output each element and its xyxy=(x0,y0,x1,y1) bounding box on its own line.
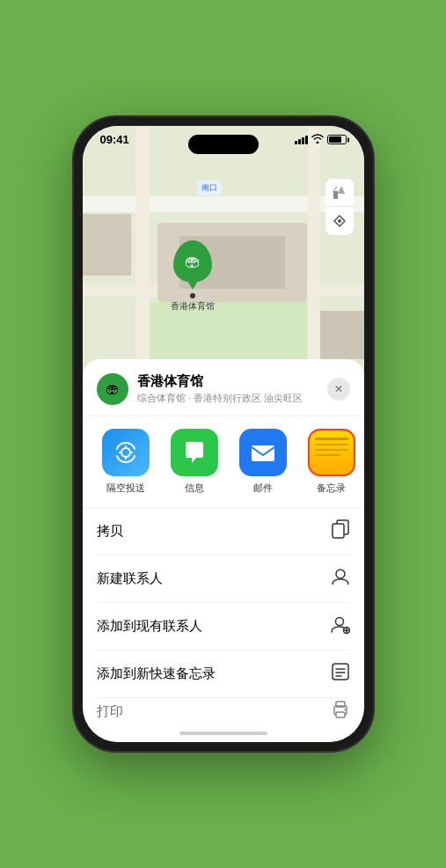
signal-bars-icon xyxy=(295,136,308,144)
mail-icon xyxy=(239,429,287,476)
share-item-mail[interactable]: 邮件 xyxy=(234,429,292,495)
venue-name: 香港体育馆 xyxy=(137,373,327,390)
map-pin-label: 香港体育馆 xyxy=(171,300,215,313)
action-copy-label: 拷贝 xyxy=(97,523,123,540)
messages-icon xyxy=(171,429,218,476)
notes-icon xyxy=(308,429,355,476)
venue-subtitle: 综合体育馆 · 香港特别行政区 油尖旺区 xyxy=(137,392,327,405)
location-button[interactable] xyxy=(325,207,354,235)
phone-frame: 09:41 xyxy=(74,117,373,751)
share-item-airdrop[interactable]: 隔空投送 xyxy=(97,429,155,495)
status-icons xyxy=(295,134,347,145)
map-pin-dot xyxy=(190,293,195,298)
home-indicator xyxy=(179,732,267,735)
map-controls xyxy=(325,179,354,235)
svg-rect-20 xyxy=(336,712,345,717)
svg-rect-0 xyxy=(333,191,338,199)
map-pin: 🏟 xyxy=(173,240,212,283)
svg-point-11 xyxy=(335,618,343,626)
add-existing-icon xyxy=(331,614,350,638)
print-icon xyxy=(331,700,350,724)
close-button[interactable]: ✕ xyxy=(327,378,350,401)
action-list: 拷贝 新建联系人 xyxy=(83,508,364,725)
wifi-icon xyxy=(311,134,324,145)
add-notes-icon xyxy=(331,662,350,686)
share-item-messages[interactable]: 信息 xyxy=(165,429,223,495)
action-copy[interactable]: 拷贝 xyxy=(97,508,350,555)
messages-label: 信息 xyxy=(185,482,204,495)
action-add-notes-label: 添加到新快速备忘录 xyxy=(97,666,216,682)
action-new-contact-label: 新建联系人 xyxy=(97,570,163,587)
svg-point-2 xyxy=(121,448,130,457)
new-contact-icon xyxy=(331,567,350,591)
bottom-sheet: 🏟 香港体育馆 综合体育馆 · 香港特别行政区 油尖旺区 ✕ xyxy=(83,359,364,742)
status-time: 09:41 xyxy=(100,133,129,146)
svg-rect-7 xyxy=(252,445,274,461)
svg-point-22 xyxy=(344,709,346,710)
share-item-notes[interactable]: 备忘录 xyxy=(303,429,361,495)
airdrop-icon xyxy=(102,429,150,476)
svg-point-10 xyxy=(336,570,345,578)
stadium-icon: 🏟 xyxy=(185,253,201,271)
venue-header: 🏟 香港体育馆 综合体育馆 · 香港特别行政区 油尖旺区 ✕ xyxy=(83,373,364,416)
venue-info: 香港体育馆 综合体育馆 · 香港特别行政区 油尖旺区 xyxy=(137,373,327,405)
action-print[interactable]: 打印 xyxy=(97,698,350,725)
battery-icon xyxy=(327,135,347,144)
share-row: 隔空投送 信息 xyxy=(83,416,364,508)
svg-rect-15 xyxy=(333,664,348,680)
action-print-label: 打印 xyxy=(97,703,123,720)
map-style-button[interactable] xyxy=(325,179,354,207)
dynamic-island xyxy=(188,135,259,154)
action-add-existing[interactable]: 添加到现有联系人 xyxy=(97,603,350,651)
map-pin-container: 🏟 香港体育馆 xyxy=(171,240,215,313)
airdrop-label: 隔空投送 xyxy=(106,482,145,495)
action-new-contact[interactable]: 新建联系人 xyxy=(97,555,350,603)
svg-rect-9 xyxy=(333,524,344,538)
phone-screen: 09:41 xyxy=(83,126,364,742)
svg-point-1 xyxy=(338,219,341,223)
map-label: 南口 xyxy=(197,180,222,195)
notes-label: 备忘录 xyxy=(317,482,346,495)
action-add-notes[interactable]: 添加到新快速备忘录 xyxy=(97,651,350,698)
venue-icon: 🏟 xyxy=(97,373,128,405)
copy-icon xyxy=(331,519,350,543)
mail-label: 邮件 xyxy=(253,482,273,495)
action-add-existing-label: 添加到现有联系人 xyxy=(97,618,202,635)
